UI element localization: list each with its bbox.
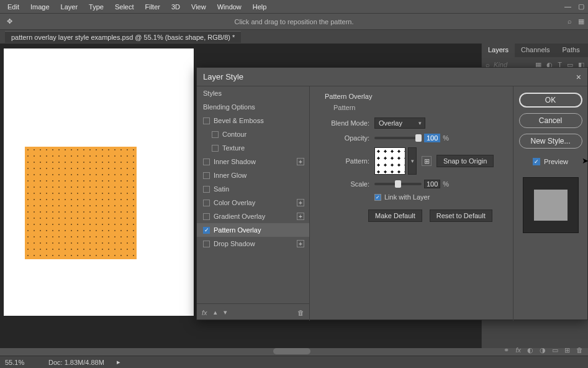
basic-shape-layer[interactable]	[25, 147, 137, 259]
preview-row: ✓ Preview	[533, 158, 568, 165]
preview-checkbox[interactable]: ✓	[533, 158, 540, 165]
doc-info[interactable]: Doc: 1.83M/4.88M	[48, 359, 104, 366]
menu-edit[interactable]: Edit	[2, 1, 24, 12]
reset-default-button[interactable]: Reset to Default	[430, 209, 492, 222]
tool-hint: Click and drag to reposition the pattern…	[234, 18, 353, 25]
menu-type[interactable]: Type	[84, 1, 109, 12]
preview-thumbnail	[523, 177, 579, 233]
scale-slider[interactable]	[374, 183, 422, 185]
checkbox-icon[interactable]: ✓	[203, 227, 210, 234]
menu-help[interactable]: Help	[248, 1, 272, 12]
checkbox-icon[interactable]	[212, 131, 219, 138]
effect-label: Contour	[222, 131, 247, 138]
menu-filter[interactable]: Filter	[140, 1, 165, 12]
percent-label: %	[443, 180, 449, 188]
section-title: Pattern Overlay	[325, 93, 503, 100]
document-tab[interactable]: pattern overlay layer style examples.psd…	[5, 31, 241, 43]
effect-satin[interactable]: Satin	[197, 182, 309, 196]
doc-info-chevron-icon[interactable]: ▸	[117, 358, 120, 366]
menu-3d[interactable]: 3D	[166, 1, 185, 12]
styles-header[interactable]: Styles	[197, 86, 309, 100]
checkbox-icon[interactable]	[203, 241, 210, 247]
horizontal-scrollbar-thumb[interactable]	[273, 348, 310, 354]
effect-gradient-overlay[interactable]: Gradient Overlay+	[197, 209, 309, 223]
effect-contour[interactable]: Contour	[197, 127, 309, 141]
add-effect-icon[interactable]: +	[297, 240, 304, 247]
new-layer-icon[interactable]: ⊞	[564, 346, 570, 354]
menu-view[interactable]: View	[186, 1, 211, 12]
percent-label: %	[443, 134, 449, 142]
ok-button[interactable]: OK	[519, 93, 582, 108]
snap-to-origin-button[interactable]: Snap to Origin	[436, 155, 494, 167]
effect-label: Inner Shadow	[214, 158, 256, 165]
search-app-icon[interactable]: ⌕	[568, 17, 572, 25]
minimize-icon[interactable]: —	[559, 1, 569, 12]
checkbox-icon[interactable]	[203, 117, 210, 124]
zoom-level[interactable]: 55.1%	[5, 359, 36, 366]
preview-label: Preview	[544, 158, 568, 165]
effect-bevel-emboss[interactable]: Bevel & Emboss	[197, 114, 309, 127]
effect-label: Gradient Overlay	[214, 213, 265, 220]
effect-label: Inner Glow	[214, 172, 247, 179]
add-effect-icon[interactable]: +	[297, 213, 304, 220]
link-layers-icon[interactable]: ⚭	[504, 346, 509, 354]
trash-icon[interactable]: 🗑	[297, 309, 304, 316]
move-up-icon[interactable]: ▴	[214, 308, 217, 316]
fx-icon[interactable]: fx	[202, 309, 207, 316]
slider-thumb[interactable]	[415, 134, 422, 142]
dialog-titlebar[interactable]: Layer Style ×	[197, 68, 587, 86]
checkbox-icon[interactable]	[212, 145, 219, 152]
opacity-value[interactable]: 100	[424, 134, 440, 142]
adjustment-icon[interactable]: ◑	[540, 346, 546, 354]
tab-layers[interactable]: Layers	[482, 44, 515, 57]
effect-color-overlay[interactable]: Color Overlay+	[197, 196, 309, 209]
menu-layer[interactable]: Layer	[56, 1, 83, 12]
effect-inner-glow[interactable]: Inner Glow	[197, 168, 309, 182]
checkbox-icon[interactable]	[203, 159, 210, 165]
menu-image[interactable]: Image	[25, 1, 55, 12]
effect-label: Color Overlay	[214, 199, 255, 206]
checkbox-icon[interactable]	[203, 172, 210, 179]
cancel-button[interactable]: Cancel	[519, 113, 582, 128]
tab-channels[interactable]: Channels	[515, 44, 556, 57]
checkbox-icon[interactable]	[203, 200, 210, 206]
menu-select[interactable]: Select	[110, 1, 139, 12]
link-checkbox[interactable]: ✓	[374, 194, 381, 201]
opacity-label: Opacity:	[325, 134, 369, 142]
fx-icon[interactable]: fx	[515, 346, 521, 354]
menu-window[interactable]: Window	[212, 1, 247, 12]
checkbox-icon[interactable]	[203, 186, 210, 193]
maximize-icon[interactable]: ▢	[573, 1, 583, 12]
new-preset-icon[interactable]: ⊞	[422, 156, 432, 166]
add-effect-icon[interactable]: +	[297, 158, 304, 165]
move-tool-icon[interactable]: ✥	[4, 16, 15, 27]
make-default-button[interactable]: Make Default	[368, 209, 422, 222]
cursor-icon: ➤	[582, 156, 588, 165]
add-effect-icon[interactable]: +	[297, 199, 304, 206]
checkbox-icon[interactable]	[203, 213, 210, 220]
mask-icon[interactable]: ◐	[527, 346, 533, 354]
new-style-button[interactable]: New Style...	[519, 134, 582, 149]
scale-value[interactable]: 100	[424, 180, 440, 188]
workspace-icon[interactable]: ▦	[578, 17, 584, 25]
blending-options[interactable]: Blending Options	[197, 100, 309, 114]
pattern-row: Pattern: ▾ ⊞ Snap to Origin	[325, 147, 503, 175]
move-down-icon[interactable]: ▾	[224, 308, 227, 316]
effect-pattern-overlay[interactable]: ✓Pattern Overlay	[197, 223, 309, 237]
opacity-slider[interactable]	[374, 137, 422, 139]
pattern-swatch[interactable]	[374, 147, 405, 175]
trash-icon[interactable]: 🗑	[576, 346, 583, 354]
tab-paths[interactable]: Paths	[556, 44, 586, 57]
effect-drop-shadow[interactable]: Drop Shadow+	[197, 237, 309, 251]
link-with-layer-row: ✓ Link with Layer	[374, 193, 503, 201]
effect-label: Texture	[222, 144, 245, 152]
pattern-dropdown-icon[interactable]: ▾	[408, 147, 417, 175]
slider-thumb[interactable]	[395, 180, 401, 188]
blend-mode-select[interactable]: Overlay	[374, 117, 425, 129]
effect-texture[interactable]: Texture	[197, 141, 309, 155]
effect-inner-shadow[interactable]: Inner Shadow+	[197, 155, 309, 168]
scale-label: Scale:	[325, 180, 369, 188]
close-icon[interactable]: ×	[576, 72, 581, 82]
group-icon[interactable]: ▭	[552, 346, 558, 354]
section-subtitle: Pattern	[333, 104, 503, 111]
